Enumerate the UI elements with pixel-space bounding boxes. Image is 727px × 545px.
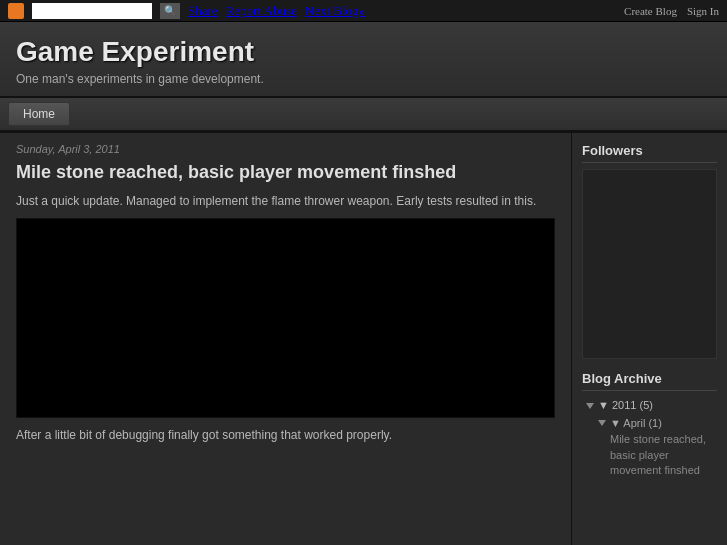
- archive-year-label: ▼ 2011 (5): [598, 397, 653, 415]
- archive-year[interactable]: ▼ 2011 (5): [586, 397, 717, 415]
- post-date: Sunday, April 3, 2011: [16, 143, 555, 155]
- blog-archive-title: Blog Archive: [582, 371, 717, 391]
- sidebar: Followers Blog Archive ▼ 2011 (5) ▼ Apri…: [572, 133, 727, 545]
- followers-section-title: Followers: [582, 143, 717, 163]
- navbar-left: 🔍 Share Report Abuse Next Blog»: [8, 3, 365, 19]
- next-blog-link[interactable]: Next Blog»: [305, 3, 365, 19]
- post-after-text: After a little bit of debugging finally …: [16, 426, 555, 444]
- post-media-video: [16, 218, 555, 418]
- post-excerpt: Just a quick update. Managed to implemen…: [16, 192, 555, 210]
- blogger-logo-icon: [8, 3, 24, 19]
- search-button[interactable]: 🔍: [160, 3, 180, 19]
- followers-box: [582, 169, 717, 359]
- archive-post-link[interactable]: Mile stone reached, basic player movemen…: [586, 432, 717, 478]
- search-input[interactable]: [32, 3, 152, 19]
- archive-month-label: ▼ April (1): [610, 415, 662, 433]
- site-header: Game Experiment One man's experiments in…: [0, 22, 727, 98]
- month-triangle-icon: [598, 420, 606, 426]
- sign-in-link[interactable]: Sign In: [687, 5, 719, 17]
- main-column: Sunday, April 3, 2011 Mile stone reached…: [0, 133, 572, 545]
- archive-month[interactable]: ▼ April (1): [586, 415, 717, 433]
- navbar-right: Create Blog Sign In: [624, 5, 719, 17]
- report-abuse-link[interactable]: Report Abuse: [226, 3, 297, 19]
- post-title: Mile stone reached, basic player movemen…: [16, 161, 555, 184]
- archive-item: ▼ 2011 (5) ▼ April (1) Mile stone reache…: [582, 397, 717, 478]
- site-nav: Home: [0, 98, 727, 132]
- content-wrapper: Sunday, April 3, 2011 Mile stone reached…: [0, 133, 727, 545]
- site-subtitle: One man's experiments in game developmen…: [16, 72, 711, 86]
- home-nav-button[interactable]: Home: [8, 102, 70, 126]
- navbar: 🔍 Share Report Abuse Next Blog» Create B…: [0, 0, 727, 22]
- year-triangle-icon: [586, 403, 594, 409]
- create-blog-link[interactable]: Create Blog: [624, 5, 677, 17]
- site-title: Game Experiment: [16, 36, 711, 68]
- share-link[interactable]: Share: [188, 3, 218, 19]
